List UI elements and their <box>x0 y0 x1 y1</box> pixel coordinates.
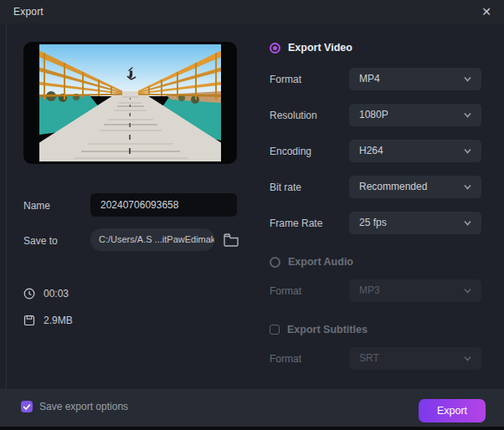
export-audio-option[interactable]: Export Audio <box>270 256 353 268</box>
resolution-label: Resolution <box>270 110 317 121</box>
subtitles-format-value: SRT <box>359 352 379 364</box>
saveto-label: Save to <box>23 235 58 247</box>
framerate-label: Frame Rate <box>270 218 322 229</box>
export-button[interactable]: Export <box>419 399 486 422</box>
export-video-option[interactable]: Export Video <box>270 42 352 54</box>
duration-value: 00:03 <box>44 288 69 299</box>
framerate-dropdown[interactable]: 25 fps <box>349 212 481 234</box>
radio-selected-icon[interactable] <box>270 43 280 54</box>
export-audio-label: Export Audio <box>288 256 353 268</box>
format-value: MP4 <box>359 73 380 84</box>
folder-browse-icon[interactable] <box>223 232 241 248</box>
subtitles-format-dropdown: SRT <box>349 347 481 370</box>
resolution-value: 1080P <box>359 109 388 120</box>
name-label: Name <box>23 200 50 212</box>
checkbox-unchecked-icon[interactable] <box>270 325 280 335</box>
bitrate-value: Recommended <box>359 181 427 192</box>
export-subtitles-label: Export Subtitles <box>287 324 368 335</box>
export-dialog: Export ✕ <box>0 0 504 430</box>
chevron-down-icon <box>463 110 472 120</box>
framerate-value: 25 fps <box>359 217 387 228</box>
bridge-preview-image <box>39 44 221 161</box>
filesize-row: 2.9MB <box>23 315 73 326</box>
dialog-title: Export <box>13 0 44 23</box>
duration-row: 00:03 <box>23 288 69 299</box>
audio-format-value: MP3 <box>359 284 380 296</box>
chevron-down-icon <box>463 218 472 228</box>
resolution-dropdown[interactable]: 1080P <box>349 104 481 126</box>
clock-icon <box>23 288 35 299</box>
chevron-down-icon <box>463 182 472 192</box>
bitrate-label: Bit rate <box>270 182 301 193</box>
export-video-label: Export Video <box>288 42 352 54</box>
save-export-options[interactable]: Save export options <box>21 401 128 412</box>
saveto-path[interactable]: C:/Users/A.S ...itPawEdimakor <box>90 228 214 251</box>
format-label: Format <box>270 74 301 85</box>
format-dropdown[interactable]: MP4 <box>349 68 481 90</box>
video-preview-thumbnail <box>23 42 237 164</box>
chevron-down-icon <box>463 354 472 363</box>
filesize-disk-icon <box>23 315 35 326</box>
export-subtitles-option[interactable]: Export Subtitles <box>270 324 368 335</box>
encoding-dropdown[interactable]: H264 <box>349 140 481 162</box>
window-bottom-edge <box>0 427 504 430</box>
radio-unselected-icon[interactable] <box>270 257 280 268</box>
name-input[interactable] <box>90 193 237 217</box>
checkbox-checked-icon[interactable] <box>21 401 33 412</box>
chevron-down-icon <box>463 286 472 295</box>
window-edge-highlight <box>6 23 7 427</box>
chevron-down-icon <box>463 146 472 156</box>
bitrate-dropdown[interactable]: Recommended <box>349 176 481 198</box>
filesize-value: 2.9MB <box>44 315 73 326</box>
titlebar: Export ✕ <box>0 0 504 23</box>
audio-format-dropdown: MP3 <box>349 279 481 302</box>
audio-format-label: Format <box>270 285 301 297</box>
chevron-down-icon <box>463 74 472 84</box>
subtitles-format-label: Format <box>270 353 301 365</box>
save-export-options-label: Save export options <box>39 401 128 412</box>
encoding-value: H264 <box>359 145 383 156</box>
encoding-label: Encoding <box>270 146 311 157</box>
close-icon[interactable]: ✕ <box>477 3 496 21</box>
check-icon <box>21 401 33 412</box>
